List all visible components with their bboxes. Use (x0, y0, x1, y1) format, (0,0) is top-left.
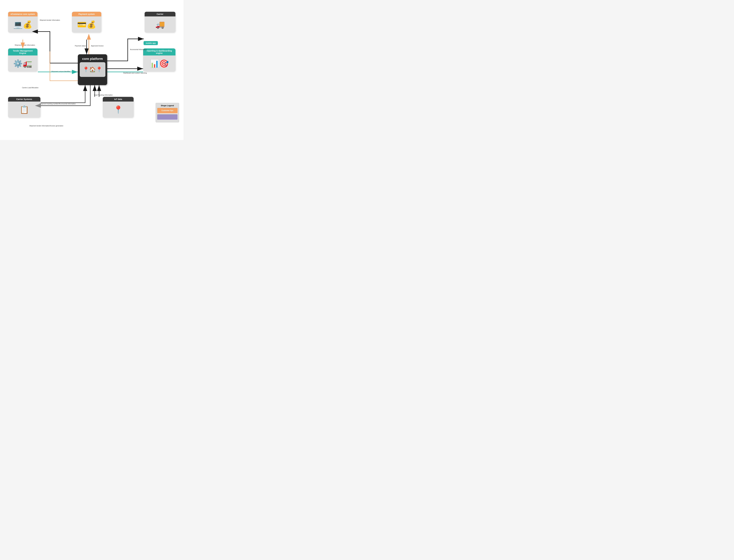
carrier-node: Carrier 🚚 (145, 12, 175, 33)
shipment-tender-invoice-label: Shipment tender information/Invoice gene… (29, 125, 63, 127)
carrier-load-label: Carrier-Load Allocation (22, 87, 38, 89)
iot-title: IoT data (114, 98, 122, 100)
reporting-body: 📊🎯 (143, 55, 175, 72)
shipment-tender-info-label-left: Shipment tender Information (15, 44, 35, 46)
ecommerce-body: 💻💰 (8, 16, 37, 33)
iot-header: IoT data (103, 97, 134, 102)
ecommerce-node: eCommerce core system 💻💰 (8, 12, 37, 33)
diagram-container: eCommerce core system 💻💰 Payment system … (0, 0, 183, 140)
mobile-app-label: mobile app (146, 42, 156, 44)
accessorial-info-label: Accessorial Information (130, 48, 147, 50)
ecommerce-header: eCommerce core system (8, 12, 37, 16)
shipment-unique-id-label: Shipment unique Identifier (51, 70, 70, 72)
dashboard-reporting-label: Dashboard and custom reporting (123, 72, 147, 74)
payment-title: Payment system (79, 13, 95, 15)
approved-invoice-label: Approved Invoice (91, 45, 103, 47)
core-platform-node: core platform 📍🏠📍 (78, 54, 107, 85)
tender-title: Tender Management Engine (13, 50, 33, 54)
ecommerce-title: eCommerce core system (11, 13, 35, 15)
payment-node: Payment system 💳💰 (72, 12, 101, 33)
iot-node: IoT data 📍 (103, 97, 134, 118)
legend-customer-sys-label: Customer Sys (161, 109, 173, 112)
tender-body: ⚙️🚛 (8, 55, 37, 72)
iot-body: 📍 (103, 102, 134, 118)
carrier-systems-header: Carrier Systems (8, 97, 40, 102)
mobile-app-badge: mobile app (144, 41, 158, 45)
shipment-tender-info-label-top: Shipment tender Information (40, 19, 60, 21)
reporting-node: reporting & dashboarding engine 📊🎯 (143, 48, 175, 72)
payment-header: Payment system (72, 12, 101, 16)
carrier-systems-node: Carrier Systems 📋 (8, 97, 40, 118)
reporting-title: reporting & dashboarding engine (147, 50, 172, 54)
carrier-title: Carrier (157, 13, 163, 15)
carrier-body: 🚚 (145, 16, 175, 33)
legend-item-customer-sys: Customer Sys (157, 108, 177, 113)
payment-body: 💳💰 (72, 16, 101, 33)
carrier-systems-body: 📋 (8, 102, 40, 118)
tender-node: Tender Management Engine ⚙️🚛 (8, 48, 37, 72)
shipment-tracking-label: Shipment tracking number/Accessorial inf… (40, 103, 76, 105)
legend-item-purple (157, 114, 177, 120)
shape-legend: Shape Legend Customer Sys (156, 103, 179, 122)
reporting-header: reporting & dashboarding engine (143, 48, 175, 55)
core-platform-title: core platform (81, 54, 104, 62)
core-platform-icon: 📍🏠📍 (80, 62, 105, 77)
carrier-header: Carrier (145, 12, 175, 16)
load-tracking-label: Load Tracking Information (94, 94, 113, 96)
carrier-systems-title: Carrier Systems (16, 98, 32, 100)
payment-status-label: Payment status (75, 45, 86, 47)
legend-title: Shape Legend (157, 104, 177, 107)
tender-header: Tender Management Engine (8, 48, 37, 55)
